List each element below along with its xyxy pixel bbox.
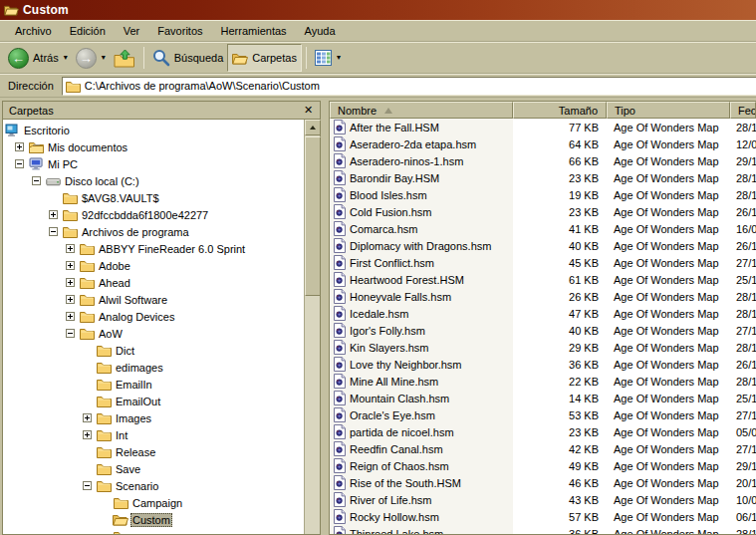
column-header-tama-o[interactable]: Tamaño bbox=[513, 102, 607, 119]
tree-item-escritorio[interactable]: Escritorio bbox=[3, 122, 304, 138]
file-size: 49 KB bbox=[513, 460, 607, 472]
expand-plus-icon[interactable] bbox=[66, 244, 75, 253]
tree-item-92dfccbdda6f1800e42277[interactable]: 92dfccbdda6f1800e42277 bbox=[3, 206, 304, 223]
forward-dropdown-icon[interactable]: ▾ bbox=[102, 54, 106, 62]
file-row[interactable]: Rise of the South.HSM46 KBAge Of Wonders… bbox=[330, 474, 756, 491]
file-date: 26/1 bbox=[730, 240, 756, 252]
menu-item-edici-n[interactable]: Edición bbox=[61, 22, 115, 40]
back-button[interactable]: ← Atrás ▾ bbox=[4, 44, 72, 72]
file-row[interactable]: Blood Isles.hsm19 KBAge Of Wonders Map28… bbox=[330, 186, 756, 203]
menu-item-favoritos[interactable]: Favoritos bbox=[148, 22, 211, 40]
menu-item-ayuda[interactable]: Ayuda bbox=[296, 22, 345, 40]
tree-item-release[interactable]: Release bbox=[3, 443, 304, 460]
collapse-minus-icon[interactable] bbox=[32, 176, 41, 185]
tree-item-disco-local-c[interactable]: Disco local (C:) bbox=[3, 172, 304, 189]
file-row[interactable]: Rocky Hollow.hsm57 KBAge Of Wonders Map0… bbox=[330, 508, 756, 525]
column-header-nombre[interactable]: Nombre bbox=[330, 102, 513, 119]
file-size: 57 KB bbox=[513, 511, 607, 523]
tree-item-emailin[interactable]: EmailIn bbox=[3, 376, 304, 393]
file-row[interactable]: Comarca.hsm41 KBAge Of Wonders Map16/0 bbox=[330, 220, 756, 237]
tree-item-mi-pc[interactable]: Mi PC bbox=[3, 155, 304, 172]
menu-item-archivo[interactable]: Archivo bbox=[6, 22, 61, 40]
file-row[interactable]: Thinreed Lake.hsm36 KBAge Of Wonders Map… bbox=[330, 525, 756, 534]
folders-button[interactable]: Carpetas bbox=[227, 44, 302, 72]
tree-item-alwil-software[interactable]: Alwil Software bbox=[3, 291, 304, 308]
file-row[interactable]: Kin Slayers.hsm29 KBAge Of Wonders Map28… bbox=[330, 339, 756, 356]
forward-button[interactable]: → ▾ bbox=[72, 44, 110, 72]
collapse-minus-icon[interactable] bbox=[66, 329, 75, 338]
menu-item-herramientas[interactable]: Herramientas bbox=[212, 22, 296, 40]
expand-plus-icon[interactable] bbox=[49, 210, 58, 219]
desktop-icon bbox=[3, 124, 21, 136]
file-row[interactable]: partida de nicoel.hsm23 KBAge Of Wonders… bbox=[330, 423, 756, 440]
tree-item-emailout[interactable]: EmailOut bbox=[3, 393, 304, 409]
tree-item-adobe[interactable]: Adobe bbox=[3, 257, 304, 274]
expand-plus-icon[interactable] bbox=[66, 261, 75, 270]
tree-scrollbar[interactable] bbox=[304, 120, 320, 534]
up-button[interactable] bbox=[110, 44, 139, 72]
views-dropdown-icon[interactable]: ▾ bbox=[337, 54, 341, 62]
tree-item-mis-documentos[interactable]: Mis documentos bbox=[3, 138, 304, 155]
collapse-minus-icon[interactable] bbox=[49, 227, 58, 236]
file-row[interactable]: Reedfin Canal.hsm42 KBAge Of Wonders Map… bbox=[330, 440, 756, 457]
file-row[interactable]: Mountain Clash.hsm14 KBAge Of Wonders Ma… bbox=[330, 390, 756, 406]
tree-item-abbyy-finereader-6-0-sprint[interactable]: ABBYY FineReader 6.0 Sprint bbox=[3, 240, 304, 257]
file-type: Age Of Wonders Map bbox=[607, 325, 730, 337]
collapse-minus-icon[interactable] bbox=[83, 481, 92, 490]
file-row[interactable]: Heartwood Forest.HSM61 KBAge Of Wonders … bbox=[330, 271, 756, 288]
tree-item-item[interactable] bbox=[3, 528, 304, 534]
column-header-tipo[interactable]: Tipo bbox=[607, 102, 730, 119]
expand-plus-icon[interactable] bbox=[66, 295, 75, 304]
file-row[interactable]: Igor's Folly.hsm40 KBAge Of Wonders Map2… bbox=[330, 322, 756, 339]
views-button[interactable]: ▾ bbox=[311, 44, 345, 72]
file-row[interactable]: First Conflict.hsm45 KBAge Of Wonders Ma… bbox=[330, 254, 756, 271]
expand-plus-icon[interactable] bbox=[83, 430, 92, 439]
collapse-minus-icon[interactable] bbox=[15, 159, 24, 168]
tree-item-archivos-de-programa[interactable]: Archivos de programa bbox=[3, 223, 304, 240]
scroll-up-icon[interactable] bbox=[305, 120, 321, 135]
file-row[interactable]: Aseradero-ninos-1.hsm66 KBAge Of Wonders… bbox=[330, 152, 756, 169]
file-row[interactable]: Mine All Mine.hsm22 KBAge Of Wonders Map… bbox=[330, 373, 756, 390]
file-row[interactable]: After the Fall.HSM77 KBAge Of Wonders Ma… bbox=[330, 119, 756, 135]
expand-plus-icon[interactable] bbox=[66, 278, 75, 287]
file-row[interactable]: Reign of Chaos.hsm49 KBAge Of Wonders Ma… bbox=[330, 457, 756, 474]
tree-item-images[interactable]: Images bbox=[3, 409, 304, 426]
tree-item-scenario[interactable]: Scenario bbox=[3, 477, 304, 494]
file-date: 29/1 bbox=[730, 460, 756, 472]
file-row[interactable]: Cold Fusion.hsm23 KBAge Of Wonders Map26… bbox=[330, 203, 756, 220]
address-input[interactable] bbox=[85, 79, 756, 94]
forward-arrow-icon: → bbox=[76, 48, 97, 69]
expand-plus-icon[interactable] bbox=[83, 413, 92, 422]
back-dropdown-icon[interactable]: ▾ bbox=[64, 54, 68, 62]
file-row[interactable]: Oracle's Eye.hsm53 KBAge Of Wonders Map2… bbox=[330, 406, 756, 423]
menu-item-ver[interactable]: Ver bbox=[115, 22, 149, 40]
file-row[interactable]: Barondir Bay.HSM23 KBAge Of Wonders Map2… bbox=[330, 169, 756, 186]
file-row[interactable]: River of Life.hsm43 KBAge Of Wonders Map… bbox=[330, 491, 756, 508]
drive-icon bbox=[44, 175, 62, 187]
tree-item-save[interactable]: Save bbox=[3, 460, 304, 477]
tree-item-edimages[interactable]: edimages bbox=[3, 359, 304, 376]
file-size: 36 KB bbox=[513, 359, 607, 371]
close-icon[interactable]: ✕ bbox=[301, 104, 316, 118]
tree-item-dict[interactable]: Dict bbox=[3, 342, 304, 359]
file-row[interactable]: Diplomacy with Dragons.hsm40 KBAge Of Wo… bbox=[330, 237, 756, 254]
column-header-fech[interactable]: Fech bbox=[730, 102, 756, 119]
search-button[interactable]: Búsqueda bbox=[148, 44, 228, 72]
tree-item-int[interactable]: Int bbox=[3, 426, 304, 443]
tree-item-aow[interactable]: AoW bbox=[3, 325, 304, 342]
scrollbar-thumb[interactable] bbox=[305, 136, 321, 296]
tree-item-avg8-vault[interactable]: $AVG8.VAULT$ bbox=[3, 189, 304, 206]
expand-plus-icon[interactable] bbox=[66, 312, 75, 321]
file-row[interactable]: Honeyvale Falls.hsm26 KBAge Of Wonders M… bbox=[330, 288, 756, 305]
title-bar: Custom bbox=[0, 0, 756, 20]
tree-item-custom[interactable]: Custom bbox=[3, 511, 304, 528]
tree-item-analog-devices[interactable]: Analog Devices bbox=[3, 308, 304, 325]
file-row[interactable]: Icedale.hsm47 KBAge Of Wonders Map28/1 bbox=[330, 305, 756, 322]
expand-plus-icon[interactable] bbox=[15, 142, 24, 151]
tree-item-campaign[interactable]: Campaign bbox=[3, 494, 304, 511]
file-type: Age Of Wonders Map bbox=[607, 308, 730, 320]
file-row[interactable]: Love thy Neighbor.hsm36 KBAge Of Wonders… bbox=[330, 356, 756, 373]
file-name: Love thy Neighbor.hsm bbox=[350, 359, 462, 371]
tree-item-ahead[interactable]: Ahead bbox=[3, 274, 304, 291]
file-row[interactable]: Aseradero-2da etapa.hsm64 KBAge Of Wonde… bbox=[330, 135, 756, 152]
